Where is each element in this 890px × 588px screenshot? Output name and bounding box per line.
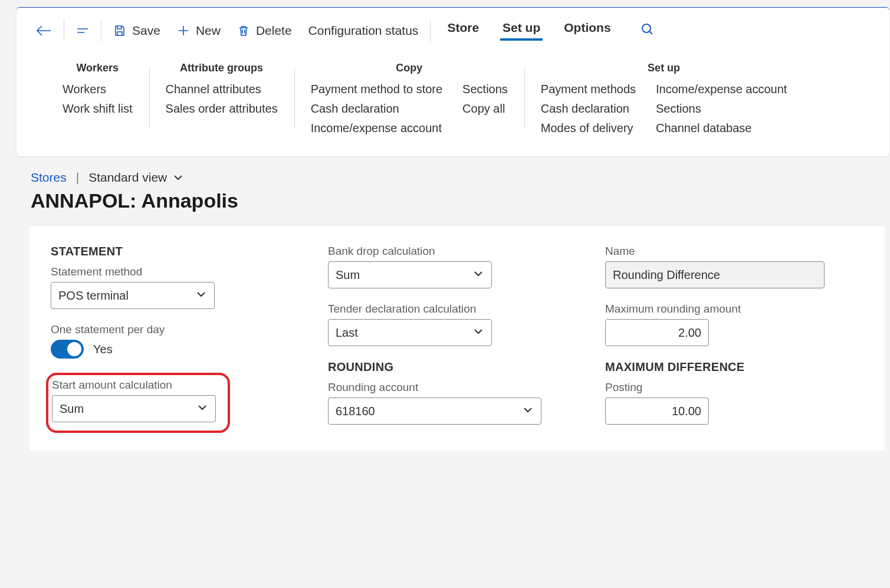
config-status-label: Configuration status: [308, 24, 419, 38]
field-rounding-account: Rounding account 618160: [328, 381, 586, 425]
ribbon-title-attr: Attribute groups: [166, 62, 278, 74]
rounding-account-select[interactable]: 618160: [328, 398, 541, 425]
label-statement-method: Statement method: [51, 265, 309, 278]
ribbon-link-sales-order-attr[interactable]: Sales order attributes: [166, 102, 278, 116]
new-label: New: [196, 24, 221, 38]
field-statement-method: Statement method POS terminal: [51, 265, 309, 309]
breadcrumb-stores[interactable]: Stores: [31, 170, 67, 185]
label-name: Name: [605, 245, 863, 258]
command-bar-card: Save New Delete Configuration status Sto…: [17, 7, 889, 156]
view-label: Standard view: [88, 170, 167, 185]
chevron-down-icon: [173, 172, 183, 183]
field-name: Name Rounding Difference: [605, 245, 863, 288]
bank-drop-select[interactable]: Sum: [328, 261, 492, 288]
ribbon-link-channel-db[interactable]: Channel database: [656, 121, 787, 135]
label-one-per-day: One statement per day: [51, 323, 309, 336]
svg-point-0: [642, 24, 651, 32]
statement-method-select[interactable]: POS terminal: [51, 282, 215, 309]
delete-label: Delete: [256, 24, 292, 38]
ribbon-link-sections-copy[interactable]: Sections: [462, 83, 508, 96]
back-button[interactable]: [27, 19, 60, 42]
bank-drop-value: Sum: [336, 268, 360, 282]
field-tender-decl: Tender declaration calculation Last: [328, 303, 586, 346]
chevron-down-icon: [196, 402, 208, 416]
tab-store[interactable]: Store: [445, 16, 481, 45]
search-button[interactable]: [635, 18, 661, 44]
max-rounding-input[interactable]: 2.00: [605, 319, 709, 346]
chevron-down-icon: [472, 268, 484, 282]
ribbon-group-workers: Workers Workers Work shift list: [46, 62, 149, 135]
separator: [430, 19, 431, 42]
col-middle: Bank drop calculation Sum Tender declara…: [318, 245, 596, 439]
action-pane-tabs: Store Set up Options: [445, 16, 613, 45]
rounding-account-value: 618160: [336, 405, 375, 418]
form-area: STATEMENT Statement method POS terminal …: [29, 225, 885, 451]
label-rounding-account: Rounding account: [328, 381, 586, 394]
max-rounding-value: 2.00: [678, 326, 701, 340]
separator: [64, 19, 64, 42]
ribbon-link-workers[interactable]: Workers: [63, 83, 133, 96]
label-bank-drop: Bank drop calculation: [328, 245, 586, 258]
tender-decl-select[interactable]: Last: [328, 319, 492, 346]
ribbon-title-workers: Workers: [63, 62, 133, 74]
page-header: Stores | Standard view ANNAPOL: Annapoli…: [0, 156, 890, 212]
field-bank-drop: Bank drop calculation Sum: [328, 245, 586, 288]
tab-setup[interactable]: Set up: [500, 16, 543, 45]
ribbon-group-attributes: Attribute groups Channel attributes Sale…: [149, 62, 294, 135]
ribbon-link-modes-delivery[interactable]: Modes of delivery: [541, 121, 636, 135]
field-one-per-day: One statement per day Yes: [51, 323, 309, 359]
ribbon-link-payment-methods[interactable]: Payment methods: [541, 83, 636, 96]
edit-mode-button[interactable]: [68, 19, 97, 42]
one-per-day-value: Yes: [93, 343, 113, 356]
heading-rounding: ROUNDING: [328, 360, 586, 374]
arrow-left-icon: [35, 24, 52, 37]
tender-decl-value: Last: [336, 326, 358, 340]
col-statement: STATEMENT Statement method POS terminal …: [41, 245, 318, 439]
new-button[interactable]: New: [169, 19, 229, 42]
ribbon: Workers Workers Work shift list Attribut…: [17, 45, 889, 156]
highlight-start-amount: Start amount calculation Sum: [46, 373, 230, 433]
ribbon-group-copy: Copy Payment method to store Cash declar…: [294, 62, 524, 135]
chevron-down-icon: [522, 404, 534, 419]
separator: [101, 19, 101, 42]
ribbon-link-pmt-to-store[interactable]: Payment method to store: [311, 83, 442, 96]
chevron-down-icon: [472, 326, 484, 340]
name-value: Rounding Difference: [613, 268, 720, 282]
ribbon-link-channel-attr[interactable]: Channel attributes: [166, 83, 278, 96]
ribbon-link-income-expense-setup[interactable]: Income/expense account: [656, 83, 787, 96]
save-button[interactable]: Save: [105, 19, 169, 42]
ribbon-title-copy: Copy: [311, 62, 508, 74]
start-amount-value: Sum: [60, 402, 84, 416]
toolbar: Save New Delete Configuration status Sto…: [17, 8, 889, 45]
chevron-down-icon: [195, 288, 207, 303]
view-selector[interactable]: Standard view: [88, 170, 183, 185]
ribbon-title-setup: Set up: [541, 62, 787, 74]
label-posting: Posting: [605, 381, 863, 394]
tab-options[interactable]: Options: [561, 16, 613, 45]
statement-method-value: POS terminal: [58, 289, 129, 303]
search-icon: [641, 22, 655, 37]
ribbon-link-sections-setup[interactable]: Sections: [656, 102, 787, 116]
ribbon-link-cash-decl-setup[interactable]: Cash declaration: [541, 102, 636, 116]
start-amount-select[interactable]: Sum: [52, 395, 216, 422]
ribbon-link-cash-decl-copy[interactable]: Cash declaration: [311, 102, 442, 116]
plus-icon: [177, 24, 190, 37]
delete-button[interactable]: Delete: [229, 19, 300, 42]
posting-value: 10.00: [672, 405, 701, 418]
col-right: Name Rounding Difference Maximum roundin…: [596, 245, 873, 439]
field-posting: Posting 10.00: [605, 381, 863, 425]
name-input[interactable]: Rounding Difference: [605, 261, 825, 288]
one-per-day-toggle[interactable]: [51, 340, 84, 359]
ribbon-link-work-shift-list[interactable]: Work shift list: [63, 102, 133, 116]
ribbon-link-income-expense-copy[interactable]: Income/expense account: [311, 121, 442, 135]
save-label: Save: [132, 24, 160, 38]
label-tender-decl: Tender declaration calculation: [328, 303, 586, 316]
breadcrumb-sep: |: [76, 170, 79, 185]
trash-icon: [237, 24, 250, 37]
posting-input[interactable]: 10.00: [605, 398, 709, 425]
ribbon-group-setup: Set up Payment methods Cash declaration …: [524, 62, 804, 135]
breadcrumb: Stores | Standard view: [31, 170, 890, 185]
save-icon: [113, 24, 126, 37]
config-status-button[interactable]: Configuration status: [300, 19, 427, 42]
ribbon-link-copy-all[interactable]: Copy all: [462, 102, 508, 116]
